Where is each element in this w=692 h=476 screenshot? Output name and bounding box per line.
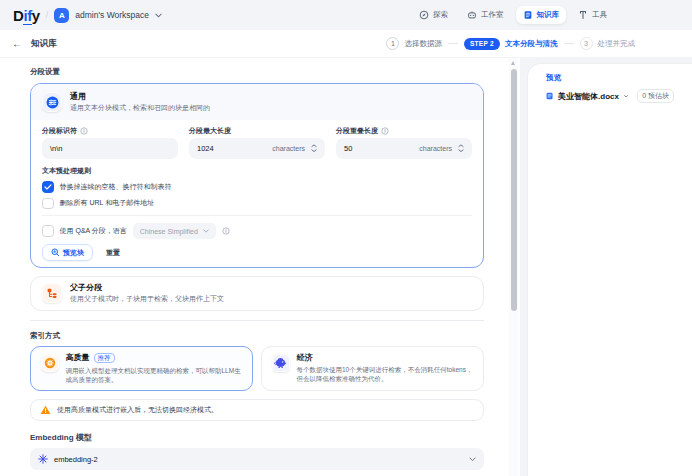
checkbox-unchecked[interactable] xyxy=(42,198,54,210)
info-icon xyxy=(80,127,88,135)
preview-chunk-button[interactable]: 预览块 xyxy=(42,244,93,261)
step-2-pill: STEP 2 xyxy=(464,38,500,50)
segmentation-section-title: 分段设置 xyxy=(30,67,484,77)
top-header: Dify / A admin's Workspace 探索 工作室 知识库 工具 xyxy=(0,0,692,30)
workspace-avatar[interactable]: A xyxy=(54,8,69,23)
sliders-icon xyxy=(46,96,59,109)
field-delimiter: 分段标识符 \n\n xyxy=(42,126,178,159)
nav-explore[interactable]: 探索 xyxy=(412,6,455,24)
max-length-input[interactable]: 1024 characters xyxy=(189,138,325,159)
content-area: 分段设置 通用 通用文本分块模式，检索和召回的块是相同的 分段标识符 xyxy=(0,58,692,476)
economical-desc: 每个数据块使用10个关键词进行检索，不会消耗任何tokens，但会以降低检索准确… xyxy=(297,365,474,383)
parent-child-tile xyxy=(42,283,62,303)
warning-icon xyxy=(40,405,51,415)
preview-title: 预览 xyxy=(546,73,674,83)
divider xyxy=(42,215,472,216)
chevron-down-icon xyxy=(469,457,476,462)
delimiter-label: 分段标识符 xyxy=(42,126,77,136)
reset-button[interactable]: 重置 xyxy=(97,244,129,261)
step-2-label: 文本分段与清洗 xyxy=(505,39,558,49)
field-max-length: 分段最大长度 1024 characters xyxy=(189,126,325,159)
step-dash xyxy=(564,43,574,44)
max-length-label: 分段最大长度 xyxy=(189,126,231,136)
checkbox-unchecked[interactable] xyxy=(42,225,54,237)
parent-child-subtitle: 使用父子模式时，子块用于检索，父块用作上下文 xyxy=(70,295,224,303)
parent-child-icon xyxy=(46,287,58,299)
back-label: 知识库 xyxy=(31,38,57,50)
info-icon xyxy=(381,127,389,135)
stepper[interactable] xyxy=(458,144,464,153)
index-option-economical[interactable]: 经济 每个数据块使用10个关键词进行检索，不会消耗任何tokens，但会以降低检… xyxy=(261,346,485,391)
explore-icon xyxy=(419,10,429,20)
economical-tile xyxy=(272,354,290,372)
step-2: STEP 2 文本分段与清洗 xyxy=(464,38,558,50)
studio-icon xyxy=(467,10,477,20)
general-card-title: 通用 xyxy=(70,92,210,101)
embedding-model-select[interactable]: embedding-2 xyxy=(30,448,484,470)
general-mode-tile xyxy=(42,92,62,112)
steps: 1 选择数据源 STEP 2 文本分段与清洗 3 处理并完成 xyxy=(386,37,635,50)
tools-icon xyxy=(578,10,588,20)
search-icon xyxy=(51,248,60,257)
scrollbar[interactable] xyxy=(509,58,518,476)
index-method-title: 索引方式 xyxy=(30,331,484,341)
step-3-number: 3 xyxy=(580,37,593,50)
knowledge-icon xyxy=(523,10,533,20)
step-dash xyxy=(448,43,458,44)
scrollbar-up-arrow[interactable] xyxy=(511,61,515,65)
chevron-down-icon xyxy=(624,94,628,99)
nav-knowledge[interactable]: 知识库 xyxy=(516,6,567,24)
chunk-count-badge: 0 预估块 xyxy=(637,89,674,103)
general-mode-card[interactable]: 通用 通用文本分块模式，检索和召回的块是相同的 分段标识符 \n\n 分段最大长… xyxy=(30,83,484,268)
overlap-input[interactable]: 50 characters xyxy=(336,138,472,159)
scrollbar-thumb[interactable] xyxy=(511,69,517,311)
back-arrow-icon: ← xyxy=(12,38,22,49)
preview-file-row[interactable]: 美业智能体.docx 0 预估块 xyxy=(546,89,674,103)
workspace-name[interactable]: admin's Workspace xyxy=(75,10,149,20)
high-quality-title: 高质量 xyxy=(66,353,90,362)
step-3: 3 处理并完成 xyxy=(580,37,636,50)
stepper[interactable] xyxy=(311,144,317,153)
field-overlap: 分段重叠长度 50 characters xyxy=(336,126,472,159)
subheader: ← 知识库 1 选择数据源 STEP 2 文本分段与清洗 3 处理并完成 xyxy=(0,30,692,58)
delimiter-input[interactable]: \n\n xyxy=(42,138,178,159)
chevron-down-icon xyxy=(155,13,162,18)
doc-file-icon xyxy=(546,90,553,102)
embedding-section-title: Embedding 模型 xyxy=(30,432,484,443)
parent-child-card[interactable]: 父子分段 使用父子模式时，子块用于检索，父块用作上下文 xyxy=(30,276,484,311)
rule-label: 删除所有 URL 和电子邮件地址 xyxy=(60,198,155,208)
rules-title: 文本预处理规则 xyxy=(42,166,472,176)
embedding-model-name: embedding-2 xyxy=(54,455,98,464)
step-1-number: 1 xyxy=(386,37,399,50)
parent-child-title: 父子分段 xyxy=(70,283,224,292)
overlap-label: 分段重叠长度 xyxy=(336,126,378,136)
high-quality-desc: 调用嵌入模型处理文档以实现更精确的检索，可以帮助LLM生成高质量的答案。 xyxy=(66,366,243,384)
recommended-badge: 推荐 xyxy=(94,353,115,363)
language-select[interactable]: Chinese Simplified xyxy=(133,223,216,239)
nav-studio[interactable]: 工作室 xyxy=(460,6,511,24)
preview-file-name: 美业智能体.docx xyxy=(558,91,619,102)
qa-segmentation-row: 使用 Q&A 分段，语言 Chinese Simplified xyxy=(42,223,472,239)
rule-replace-whitespace[interactable]: 替换掉连续的空格、换行符和制表符 xyxy=(42,181,472,193)
divider-slash: / xyxy=(46,10,49,20)
piggy-bank-icon xyxy=(274,357,287,369)
model-provider-icon xyxy=(38,454,48,464)
index-option-high-quality[interactable]: 高质量推荐 调用嵌入模型处理文档以实现更精确的检索，可以帮助LLM生成高质量的答… xyxy=(30,346,253,391)
high-quality-icon xyxy=(44,357,56,369)
embedding-warning: 使用高质量模式进行嵌入后，无法切换回经济模式。 xyxy=(30,399,484,421)
info-icon xyxy=(222,227,230,235)
nav-tools[interactable]: 工具 xyxy=(571,6,614,24)
general-card-subtitle: 通用文本分块模式，检索和召回的块是相同的 xyxy=(70,104,210,112)
step-1: 1 选择数据源 xyxy=(386,37,442,50)
rule-remove-urls[interactable]: 删除所有 URL 和电子邮件地址 xyxy=(42,198,472,210)
checkbox-checked[interactable] xyxy=(42,181,54,193)
step-3-label: 处理并完成 xyxy=(598,39,636,49)
back-button[interactable]: ← 知识库 xyxy=(12,38,57,50)
dify-logo: Dify xyxy=(13,7,40,24)
step-1-label: 选择数据源 xyxy=(404,39,442,49)
preview-panel: 预览 美业智能体.docx 0 预估块 xyxy=(527,63,692,476)
qa-label: 使用 Q&A 分段，语言 xyxy=(60,226,127,236)
main-panel: 分段设置 通用 通用文本分块模式，检索和召回的块是相同的 分段标识符 xyxy=(0,58,520,476)
header-nav: 探索 工作室 知识库 工具 xyxy=(412,6,692,24)
economical-title: 经济 xyxy=(297,353,313,362)
